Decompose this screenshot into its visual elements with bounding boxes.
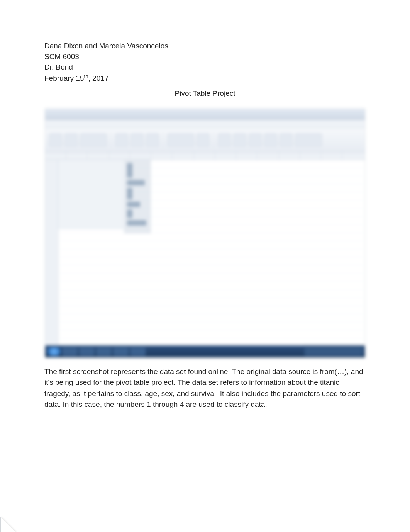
column-header bbox=[215, 152, 236, 160]
column-header bbox=[66, 152, 88, 160]
taskbar-item bbox=[96, 347, 112, 356]
ribbon-button bbox=[80, 133, 107, 146]
ribbon-button bbox=[130, 133, 144, 146]
taskbar-item bbox=[113, 347, 129, 356]
document-title: Pivot Table Project bbox=[44, 89, 366, 98]
ribbon-button bbox=[49, 133, 62, 146]
start-button-icon bbox=[47, 347, 61, 356]
column-header bbox=[236, 152, 258, 160]
ribbon-button bbox=[218, 133, 231, 146]
data-bar bbox=[127, 180, 145, 185]
column-header bbox=[194, 152, 215, 160]
date-prefix: February 15 bbox=[44, 74, 84, 82]
taskbar-item bbox=[62, 347, 78, 356]
column-header bbox=[130, 152, 151, 160]
ribbon-button bbox=[295, 133, 322, 146]
taskbar-item bbox=[79, 347, 95, 356]
ribbon-toolbar bbox=[45, 128, 365, 152]
body-paragraph: The first screenshot represents the data… bbox=[44, 366, 366, 410]
ribbon-button bbox=[249, 133, 262, 146]
app-titlebar bbox=[45, 109, 365, 120]
ribbon-button bbox=[115, 133, 128, 146]
ribbon-button bbox=[233, 133, 246, 146]
column-header bbox=[45, 152, 66, 160]
document-header: Dana Dixon and Marcela Vasconcelos SCM 6… bbox=[44, 41, 366, 84]
data-bar bbox=[127, 220, 146, 226]
cell-grid bbox=[58, 160, 365, 345]
spreadsheet-screenshot bbox=[45, 109, 365, 358]
ribbon-separator bbox=[111, 132, 111, 148]
data-bar bbox=[127, 163, 132, 178]
ribbon-button bbox=[64, 133, 78, 146]
row-headers bbox=[45, 160, 58, 345]
column-header bbox=[321, 152, 342, 160]
author-line: Dana Dixon and Marcela Vasconcelos bbox=[44, 41, 366, 51]
instructor-line: Dr. Bond bbox=[44, 62, 366, 73]
ribbon-separator bbox=[163, 132, 163, 148]
data-region bbox=[58, 160, 124, 229]
ribbon-button bbox=[167, 133, 194, 146]
ribbon-button bbox=[264, 133, 277, 146]
column-header bbox=[300, 152, 321, 160]
date-suffix: , 2017 bbox=[88, 74, 109, 82]
taskbar-item bbox=[130, 347, 146, 356]
ribbon-button bbox=[146, 133, 159, 146]
column-header bbox=[173, 152, 194, 160]
data-bar bbox=[127, 188, 132, 199]
ribbon-button bbox=[197, 133, 210, 146]
ribbon-separator bbox=[213, 132, 214, 148]
date-ordinal: th bbox=[84, 73, 88, 79]
data-bar bbox=[127, 209, 132, 218]
column-headers bbox=[45, 152, 365, 160]
date-line: February 15th, 2017 bbox=[44, 73, 366, 84]
column-header bbox=[258, 152, 279, 160]
course-line: SCM 6003 bbox=[44, 51, 366, 62]
app-menubar bbox=[45, 120, 365, 128]
column-header bbox=[88, 152, 109, 160]
page-corner-fold-icon bbox=[0, 517, 15, 532]
column-header bbox=[151, 152, 173, 160]
ribbon-button bbox=[280, 133, 293, 146]
os-taskbar bbox=[45, 346, 365, 357]
spreadsheet-body bbox=[45, 160, 365, 345]
column-header bbox=[279, 152, 300, 160]
data-bar bbox=[127, 202, 140, 207]
column-header bbox=[109, 152, 130, 160]
system-tray bbox=[305, 347, 363, 356]
